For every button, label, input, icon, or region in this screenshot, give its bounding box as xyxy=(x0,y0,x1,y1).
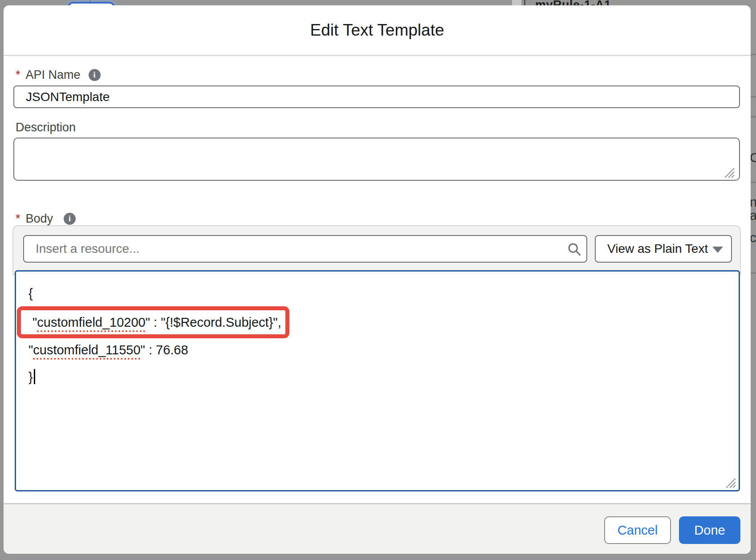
api-name-label-row: * API Name i xyxy=(16,68,101,82)
cancel-button[interactable]: Cancel xyxy=(604,516,671,544)
line-remainder: " : 76.68 xyxy=(141,343,188,357)
right-edge-text-fragment: a xyxy=(750,208,756,223)
screen: myRule-1-A1 C ne a c Edit Text Template … xyxy=(0,0,756,560)
quote-char: " xyxy=(28,343,33,357)
background-right-edge: C ne a c xyxy=(751,0,756,560)
description-label-row: Description xyxy=(16,121,76,134)
body-label-row: * Body i xyxy=(16,212,76,226)
edit-text-template-dialog: Edit Text Template * API Name i Descript… xyxy=(4,5,751,554)
insert-resource-input[interactable] xyxy=(23,235,587,263)
misspelled-word: customfield_10200 xyxy=(37,315,145,329)
quote-char: " xyxy=(33,315,37,329)
search-icon xyxy=(567,242,582,257)
editor-line-customfield-10200: "customfield_10200" : "{!$Record.Subject… xyxy=(33,310,281,334)
api-name-input[interactable] xyxy=(13,85,740,108)
description-label: Description xyxy=(16,121,76,134)
info-icon[interactable]: i xyxy=(64,213,76,225)
api-name-label: API Name xyxy=(26,68,81,82)
required-asterisk: * xyxy=(16,68,20,82)
editor-line-open-brace: { xyxy=(28,284,33,303)
editor-line-close-brace: } xyxy=(28,368,35,386)
right-edge-divider xyxy=(751,182,756,183)
dialog-header: Edit Text Template xyxy=(4,5,751,56)
chevron-down-icon xyxy=(712,247,723,253)
view-mode-dropdown[interactable]: View as Plain Text xyxy=(595,235,732,263)
dialog-footer: Cancel Done xyxy=(4,504,751,554)
background-divider xyxy=(524,0,525,5)
required-asterisk: * xyxy=(16,212,20,226)
dialog-title: Edit Text Template xyxy=(4,5,751,55)
close-brace: } xyxy=(28,370,33,384)
editor-line-customfield-11550: "customfield_11550" : 76.68 xyxy=(28,341,188,359)
misspelled-word: customfield_11550 xyxy=(33,343,140,357)
body-text-editor[interactable]: { "customfield_10200" : "{!$Record.Subje… xyxy=(15,270,740,491)
highlight-red-box: "customfield_10200" : "{!$Record.Subject… xyxy=(17,306,289,338)
description-textarea[interactable] xyxy=(13,138,740,181)
text-cursor xyxy=(34,369,35,384)
right-edge-divider xyxy=(751,116,756,118)
line-remainder: " : "{!$Record.Subject}", xyxy=(146,315,281,329)
info-icon[interactable]: i xyxy=(89,69,101,81)
editor-resize-handle[interactable] xyxy=(724,477,737,489)
body-label: Body xyxy=(26,212,53,226)
right-edge-divider xyxy=(751,272,756,274)
right-edge-text-fragment: c xyxy=(750,231,756,245)
done-button[interactable]: Done xyxy=(679,516,740,544)
background-panel-edge xyxy=(512,0,521,5)
right-edge-text-fragment: C xyxy=(750,150,756,165)
right-edge-divider xyxy=(751,54,756,55)
description-resize-handle[interactable] xyxy=(723,166,736,179)
view-mode-label: View as Plain Text xyxy=(607,236,708,262)
right-edge-text-fragment: ne xyxy=(750,195,756,210)
right-edge-divider xyxy=(751,96,756,97)
